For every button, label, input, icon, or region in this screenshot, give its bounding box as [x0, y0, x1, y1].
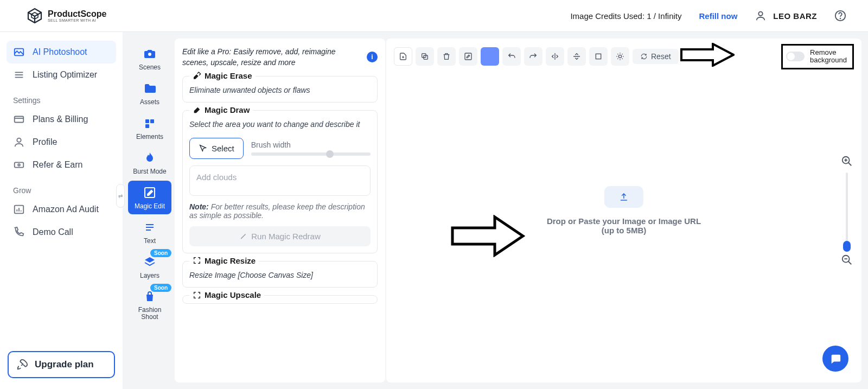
zoom-slider[interactable] — [846, 173, 848, 248]
svg-point-9 — [17, 138, 21, 142]
nav-amazon-ad-audit[interactable]: Amazon Ad Audit — [7, 198, 116, 221]
zoom-in-button[interactable] — [841, 155, 853, 167]
nav-label: Plans & Billing — [33, 114, 88, 124]
tool-magic-edit[interactable]: Magic Edit — [128, 181, 171, 214]
add-page-button[interactable] — [394, 47, 412, 66]
copy-icon — [420, 52, 429, 61]
nav-plans-billing[interactable]: Plans & Billing — [7, 108, 116, 131]
text-icon — [143, 221, 156, 234]
app-header: ProductScope SELL SMARTER WITH AI Image … — [0, 0, 868, 32]
color-button[interactable] — [481, 47, 499, 66]
section-settings: Settings — [7, 86, 116, 108]
select-area-button[interactable]: Select — [189, 138, 244, 159]
nav-label: Listing Optimizer — [33, 70, 97, 80]
tool-assets[interactable]: Assets — [128, 76, 171, 110]
annotation-arrow-right — [680, 43, 735, 67]
camera-icon — [143, 47, 156, 60]
svg-rect-17 — [145, 119, 149, 123]
left-sidebar: AI Photoshoot Listing Optimizer Settings… — [0, 32, 123, 389]
toggle-switch[interactable] — [786, 52, 805, 61]
user-menu[interactable]: LEO BARZ — [755, 10, 817, 22]
upload-icon — [619, 192, 629, 202]
user-icon — [13, 136, 25, 148]
svg-point-16 — [148, 53, 151, 56]
info-icon[interactable]: i — [367, 52, 378, 62]
brightness-button[interactable] — [611, 47, 629, 66]
svg-point-2 — [840, 18, 841, 19]
soon-badge: Soon — [150, 249, 171, 257]
image-icon — [13, 46, 25, 58]
annotation-arrow-right — [450, 215, 525, 257]
chat-fab[interactable] — [822, 346, 848, 372]
flip-vertical-button[interactable] — [567, 47, 586, 66]
magic-draw-card: Magic Draw Select the area you want to c… — [182, 110, 378, 253]
nav-label: Demo Call — [33, 227, 73, 237]
brush-width-slider[interactable] — [251, 152, 371, 156]
nav-refer-earn[interactable]: Refer & Earn — [7, 154, 116, 176]
canvas-area: Reset Removebackground Drop or Paste — [385, 32, 868, 389]
chart-icon — [13, 203, 25, 215]
tool-burst-mode[interactable]: Burst Mode — [128, 146, 171, 180]
canvas-toolbar: Reset Removebackground — [386, 39, 861, 75]
section-grow: Grow — [7, 176, 116, 198]
logo-subtitle: SELL SMARTER WITH AI — [48, 18, 106, 22]
tool-layers[interactable]: Soon Layers — [128, 250, 171, 284]
redo-button[interactable] — [524, 47, 542, 66]
help-icon[interactable] — [834, 10, 846, 22]
trash-icon — [442, 52, 451, 61]
brush-icon — [193, 106, 201, 114]
run-magic-redraw-button[interactable]: Run Magic Redraw — [189, 226, 371, 246]
zoom-out-button[interactable] — [841, 254, 853, 266]
undo-button[interactable] — [502, 47, 521, 66]
layers-icon — [143, 256, 156, 269]
remove-background-toggle[interactable]: Removebackground — [781, 44, 854, 69]
svg-rect-18 — [150, 119, 154, 123]
card-icon — [13, 113, 25, 125]
drop-text-2: (up to 5MB) — [547, 226, 701, 235]
user-name: LEO BARZ — [773, 11, 817, 21]
logo[interactable]: ProductScope SELL SMARTER WITH AI — [26, 7, 106, 24]
copy-button[interactable] — [416, 47, 434, 66]
collapse-sidebar-button[interactable]: ⇄ — [116, 184, 125, 208]
prompt-input[interactable]: Add clouds — [189, 165, 371, 196]
delete-button[interactable] — [437, 47, 456, 66]
nav-label: Refer & Earn — [33, 160, 82, 170]
upload-button[interactable] — [604, 186, 643, 208]
file-plus-icon — [399, 52, 407, 61]
tool-fashion-shoot[interactable]: Soon Fashion Shoot — [128, 285, 171, 325]
chat-icon — [829, 353, 841, 365]
edit-button[interactable] — [459, 47, 477, 66]
magic-upscale-card[interactable]: Magic Upscale — [182, 295, 378, 304]
zoom-controls — [841, 155, 853, 266]
svg-rect-7 — [15, 117, 24, 123]
nav-listing-optimizer[interactable]: Listing Optimizer — [7, 63, 116, 86]
wand-icon — [239, 232, 247, 240]
svg-line-30 — [848, 163, 852, 166]
note-text: Note: For better results, please keep th… — [189, 202, 371, 220]
svg-rect-19 — [145, 124, 149, 128]
tool-elements[interactable]: Elements — [128, 111, 171, 145]
tool-scenes[interactable]: Scenes — [128, 42, 171, 75]
refill-link[interactable]: Refill now — [699, 11, 737, 21]
tool-text[interactable]: Text — [128, 215, 171, 249]
crop-button[interactable] — [589, 47, 608, 66]
nav-profile[interactable]: Profile — [7, 131, 116, 154]
svg-point-11 — [18, 164, 20, 166]
svg-point-28 — [618, 55, 621, 58]
nav-ai-photoshoot[interactable]: AI Photoshoot — [7, 41, 116, 63]
brush-width-label: Brush width — [251, 141, 371, 149]
reset-button[interactable]: Reset — [633, 49, 679, 64]
magic-resize-card[interactable]: Magic Resize Resize Image [Choose Canvas… — [182, 261, 378, 288]
upgrade-plan-button[interactable]: Upgrade plan — [8, 351, 115, 378]
flip-v-icon — [572, 52, 581, 61]
drop-zone[interactable]: Drop or Paste your Image or Image URL (u… — [547, 186, 701, 235]
svg-rect-26 — [465, 53, 471, 60]
nav-demo-call[interactable]: Demo Call — [7, 221, 116, 244]
magic-erase-card[interactable]: Magic Erase Eliminate unwanted objects o… — [182, 76, 378, 103]
pencil-icon — [464, 52, 473, 61]
list-icon — [13, 69, 25, 81]
flip-horizontal-button[interactable] — [546, 47, 564, 66]
undo-icon — [507, 52, 516, 61]
card-desc: Eliminate unwanted objects or flaws — [189, 85, 371, 96]
flip-h-icon — [551, 52, 559, 61]
